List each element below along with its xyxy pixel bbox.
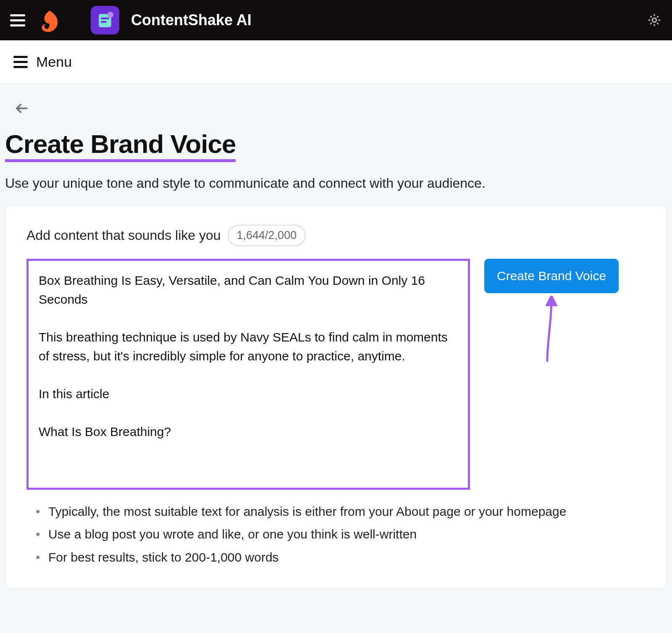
char-counter-badge: 1,644/2,000 [228,225,306,246]
svg-point-0 [45,23,50,28]
menubar: Menu [0,40,672,84]
tip-item: For best results, stick to 200-1,000 wor… [36,549,646,566]
topbar: ContentShake AI [0,0,672,40]
page-content: Create Brand Voice Use your unique tone … [0,84,672,601]
editor-header: Add content that sounds like you 1,644/2… [26,225,646,246]
tip-item: Typically, the most suitable text for an… [36,503,646,520]
menu-hamburger-icon[interactable] [13,56,28,68]
hamburger-icon[interactable] [10,14,25,26]
editor-card: Add content that sounds like you 1,644/2… [5,205,667,589]
app-icon[interactable] [91,6,119,34]
create-brand-voice-button[interactable]: Create Brand Voice [484,259,619,293]
svg-point-4 [107,12,113,18]
settings-gear-icon[interactable] [647,13,662,28]
menu-label[interactable]: Menu [36,54,72,70]
content-textarea[interactable]: Box Breathing Is Easy, Versatile, and Ca… [26,259,470,490]
editor-prompt-label: Add content that sounds like you [26,228,221,243]
svg-rect-2 [101,18,109,19]
tips-list: Typically, the most suitable text for an… [26,503,646,566]
semrush-logo-icon[interactable] [37,8,62,33]
page-title: Create Brand Voice [5,130,236,162]
svg-rect-3 [101,21,107,23]
back-arrow-icon[interactable] [14,101,31,118]
app-title: ContentShake AI [131,11,252,29]
svg-point-5 [652,18,656,22]
annotation-arrow-icon [539,296,564,363]
page-subtitle: Use your unique tone and style to commun… [5,175,667,192]
tip-item: Use a blog post you wrote and like, or o… [36,526,646,543]
